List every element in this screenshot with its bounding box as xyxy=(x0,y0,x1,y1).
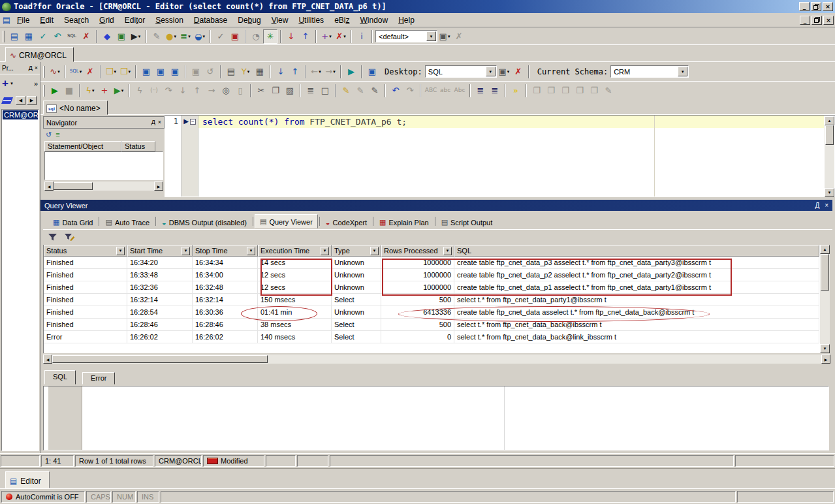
cell-sql[interactable]: create table ftp_cnet_data_p1 asselect t… xyxy=(454,281,819,294)
scroll-thumb[interactable] xyxy=(52,355,268,363)
col-header-execution-time-filter-icon[interactable]: ▼ xyxy=(321,247,329,255)
grid-vscrollbar[interactable]: ▲ ▼ xyxy=(820,245,830,353)
cell-status[interactable]: Finished xyxy=(44,294,127,306)
help-icon[interactable]: i xyxy=(354,29,369,44)
cell-rows-processed[interactable]: 1000000 xyxy=(381,281,454,294)
cell-status[interactable]: Finished xyxy=(44,257,127,269)
menu-help[interactable]: Help xyxy=(393,14,420,27)
sql-editor[interactable]: 1 ▶ − select count(*) from FTP_CNET_DATA… xyxy=(165,115,835,197)
cell-rows-processed[interactable]: 1000000 xyxy=(381,257,454,269)
format-code-icon[interactable]: ≣ xyxy=(304,84,318,98)
close-icon[interactable]: × xyxy=(35,65,38,71)
cell-rows-processed[interactable]: 0 xyxy=(381,331,454,343)
cell-rows-processed[interactable]: 6413336 xyxy=(381,306,454,319)
sql-monitor-icon[interactable]: SQL xyxy=(65,29,79,44)
col-header-status-filter-icon[interactable]: ▼ xyxy=(116,247,125,255)
chevron-more-icon[interactable]: » xyxy=(34,80,38,87)
query-viewer-pin-icon[interactable]: Д xyxy=(815,202,819,209)
syntax-check-icon[interactable]: ✓ xyxy=(213,29,228,44)
scroll-left-icon[interactable]: ◀ xyxy=(43,354,52,364)
navigator-hscrollbar[interactable]: ◀ ▶ xyxy=(44,181,163,191)
cancel-execution-icon[interactable]: ✗ xyxy=(83,65,97,79)
cell-type[interactable]: Select xyxy=(332,294,381,306)
cell-start-time[interactable]: 16:32:14 xyxy=(127,294,193,306)
col-header-stop-time-filter-icon[interactable]: ▼ xyxy=(247,247,255,255)
import-icon[interactable]: ↓ xyxy=(284,29,298,44)
desktop-combo-dropdown[interactable]: ▼ xyxy=(486,67,496,76)
cell-start-time[interactable]: 16:26:02 xyxy=(127,331,193,343)
connection-list-item[interactable]: CRM@OR xyxy=(3,110,38,119)
tab-error[interactable]: Error xyxy=(82,372,115,385)
run-to-cursor-icon[interactable]: ▶ xyxy=(344,65,358,79)
table-row[interactable]: Error16:26:0216:26:02140 msecsSelect0sel… xyxy=(44,331,820,343)
filter-edit-button[interactable] xyxy=(61,230,77,244)
tab-codexpert[interactable]: ◒CodeXpert xyxy=(321,217,371,228)
code-snippets-icon[interactable]: ▦ xyxy=(253,65,267,79)
menu-database[interactable]: Database xyxy=(189,14,232,27)
cell-type[interactable]: Unknown xyxy=(332,281,381,294)
col-header-type[interactable]: Type▼ xyxy=(332,245,381,257)
save-to-database-icon[interactable]: ▣ xyxy=(228,29,242,44)
timer-icon[interactable]: ◔ xyxy=(249,29,263,44)
back-icon-dropdown[interactable]: ▾ xyxy=(319,69,321,74)
session-combo[interactable]: <default>▼ xyxy=(375,30,437,42)
cell-start-time[interactable]: 16:33:48 xyxy=(127,269,193,281)
scroll-thumb[interactable] xyxy=(54,182,93,190)
col-header-sql[interactable]: SQL xyxy=(454,245,819,257)
menu-session[interactable]: Session xyxy=(150,14,189,27)
step-execute-icon-dropdown[interactable]: ▾ xyxy=(121,88,124,93)
cell-execution-time[interactable]: 140 msecs xyxy=(258,331,332,343)
cell-type[interactable]: Select xyxy=(332,319,381,331)
scroll-thumb[interactable] xyxy=(821,254,829,291)
scroll-up-icon[interactable]: ▲ xyxy=(820,245,830,254)
save-as-icon[interactable]: ▣ xyxy=(153,65,168,79)
table-row[interactable]: Finished16:28:5416:30:3601:41 minUnknown… xyxy=(44,306,820,319)
table-row[interactable]: Finished16:28:4616:28:4638 msecsSelect50… xyxy=(44,319,820,331)
cell-stop-time[interactable]: 16:34:34 xyxy=(193,257,258,269)
undo-icon[interactable]: ↶ xyxy=(388,84,403,98)
debug-bug-icon[interactable]: ✳ xyxy=(263,29,277,44)
menu-ebiz[interactable]: eBiz xyxy=(329,14,354,27)
table-row[interactable]: Finished16:34:2016:34:3414 secsUnknown10… xyxy=(44,257,820,269)
tune-icon-dropdown[interactable]: ▾ xyxy=(247,69,250,74)
cell-sql[interactable]: select t.* from ftp_cnet_data_party1@ibs… xyxy=(454,294,819,306)
clear-icon[interactable]: □ xyxy=(318,84,332,98)
open-file-icon-dropdown[interactable]: ▾ xyxy=(114,69,117,74)
object-search-icon[interactable]: ●▾ xyxy=(164,29,178,44)
open-file-icon[interactable]: ❒▾ xyxy=(104,65,118,79)
new-document-icon[interactable]: ◆ xyxy=(100,29,114,44)
outdent-icon[interactable]: ≣ xyxy=(488,84,502,98)
add-dropdown-icon[interactable]: ▼ xyxy=(10,82,14,86)
print-icon[interactable]: ▤ xyxy=(224,65,238,79)
run-script-icon-dropdown[interactable]: ▾ xyxy=(138,34,141,39)
close-button[interactable]: × xyxy=(823,2,833,11)
window-list-icon[interactable]: ▣▾ xyxy=(437,29,452,44)
cell-execution-time[interactable]: 14 secs xyxy=(258,257,332,269)
cell-execution-time[interactable]: 38 msecs xyxy=(258,319,332,331)
cancel-watch-icon[interactable]: ✗▾ xyxy=(334,29,348,44)
tune-icon[interactable]: Y▾ xyxy=(238,65,253,79)
save-desktop-icon-dropdown[interactable]: ▾ xyxy=(507,69,510,74)
pin-icon[interactable]: Д xyxy=(29,65,33,71)
table-row[interactable]: Finished16:32:1416:32:14150 msecsSelect5… xyxy=(44,294,820,306)
menu-file[interactable]: File xyxy=(12,14,35,27)
navigator-col-status[interactable]: Status xyxy=(121,141,155,151)
add-watch-icon[interactable]: +▾ xyxy=(319,29,334,44)
tab-data-grid[interactable]: ▦Data Grid xyxy=(48,216,97,228)
menu-debug[interactable]: Debug xyxy=(232,14,266,27)
scroll-down-icon[interactable]: ▼ xyxy=(820,344,830,353)
cell-stop-time[interactable]: 16:32:14 xyxy=(193,294,258,306)
navigator-legend-icon[interactable]: ≡ xyxy=(55,131,59,138)
cell-sql[interactable]: create table ftp_cnet_data asselect t.* … xyxy=(454,306,819,319)
col-header-start-time[interactable]: Start Time▼ xyxy=(127,245,193,257)
filter-button[interactable] xyxy=(44,230,60,244)
col-header-start-time-filter-icon[interactable]: ▼ xyxy=(181,247,190,255)
desktop-combo[interactable]: SQL▼ xyxy=(425,65,497,78)
cell-start-time[interactable]: 16:28:54 xyxy=(127,306,193,319)
cell-stop-time[interactable]: 16:30:36 xyxy=(193,306,258,319)
schema-browser-icon[interactable]: ▦ xyxy=(22,29,36,44)
cell-status[interactable]: Error xyxy=(44,331,127,343)
mdi-close-button[interactable]: × xyxy=(823,16,834,25)
forward-icon-dropdown[interactable]: ▾ xyxy=(333,69,336,74)
schema-combo[interactable]: CRM▼ xyxy=(610,65,689,78)
